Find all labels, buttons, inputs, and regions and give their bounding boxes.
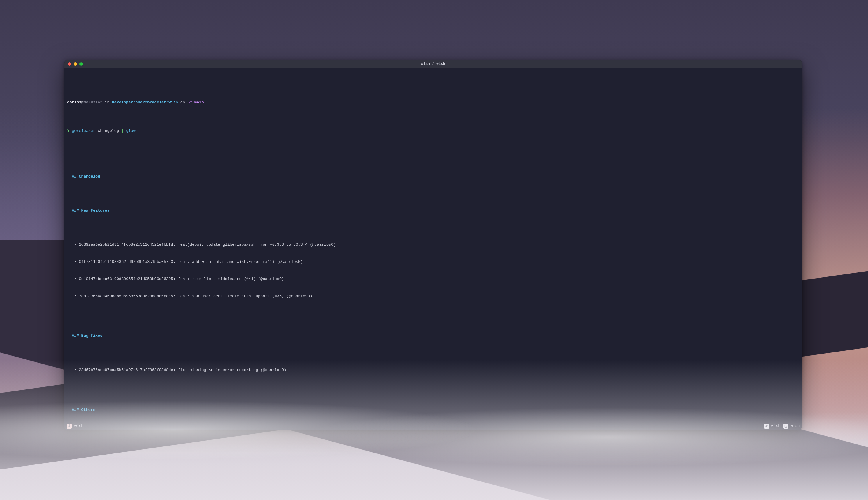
cmd-goreleaser: goreleaser <box>72 129 95 133</box>
heading-changelog: ## Changelog <box>66 174 801 180</box>
list-item: • 2c392aa6e2bb21d31f4fcb8e2c312c4521efbb… <box>66 242 801 248</box>
blank-line <box>66 151 801 157</box>
heading-new-features: ### New Features <box>66 208 801 214</box>
blank-line <box>66 310 801 316</box>
terminal-viewport[interactable]: carlos@darkstar in Developer/charmbracel… <box>64 68 802 430</box>
list-item: • 0e10f47bbdec63190d890654e21d050b90a263… <box>66 276 801 282</box>
prompt-context: carlos@darkstar in Developer/charmbracel… <box>66 100 801 105</box>
statusbar-right: wish wish <box>764 423 800 429</box>
window-titlebar[interactable]: wish / wish <box>64 60 802 68</box>
minimize-button[interactable] <box>73 62 77 66</box>
list-item: • 7aaf336668d460b385d6968653cd628adac6ba… <box>66 293 801 299</box>
list-item: • 23d67b75aec97caa5b61a07e617cff862f03d8… <box>66 367 801 373</box>
heading-bug-fixes: ### Bug fixes <box>66 333 801 339</box>
statusbar-session-name: wish <box>772 423 780 429</box>
command-line: ❯ goreleaser changelog | glow - <box>66 128 801 134</box>
statusbar-session[interactable]: wish <box>764 423 780 429</box>
cmd-dash: - <box>138 129 140 133</box>
zoom-button[interactable] <box>79 62 83 66</box>
prompt-on: on <box>178 100 187 104</box>
blank-line <box>66 385 801 390</box>
desktop-wallpaper: wish / wish carlos@darkstar in Developer… <box>0 0 868 500</box>
list-item: • 0ff781120fb111084362fd62e3b1a3c15ba057… <box>66 259 801 265</box>
close-button[interactable] <box>68 62 71 66</box>
terminal-icon <box>783 424 788 429</box>
cmd-arg: changelog <box>95 129 121 133</box>
prompt-user: carlos <box>67 100 81 104</box>
statusbar-window-index[interactable]: 1 <box>67 424 71 429</box>
heading-others: ### Others <box>66 407 801 413</box>
blank-line <box>66 350 801 356</box>
git-branch-icon: ⎇ <box>187 100 192 104</box>
blank-line <box>66 225 801 231</box>
tmux-statusbar: 1 wish wish wish <box>64 422 802 430</box>
statusbar-host-name: wish <box>791 423 800 429</box>
statusbar-window-name[interactable]: wish <box>74 423 83 429</box>
statusbar-host[interactable]: wish <box>783 423 800 429</box>
prompt-at: @ <box>81 100 83 104</box>
traffic-lights <box>64 62 83 66</box>
statusbar-left: 1 wish <box>67 423 83 429</box>
terminal-window: wish / wish carlos@darkstar in Developer… <box>64 60 802 430</box>
prompt-host: darkstar <box>84 100 103 104</box>
window-title: wish / wish <box>64 62 802 66</box>
prompt-symbol: ❯ <box>67 129 72 133</box>
blank-line <box>66 191 801 196</box>
prompt-path: Developer/charmbracelet/wish <box>112 100 178 104</box>
prompt-branch: main <box>192 100 204 104</box>
prompt-in: in <box>102 100 112 104</box>
cmd-glow: glow <box>124 129 138 133</box>
key-icon <box>764 424 769 429</box>
